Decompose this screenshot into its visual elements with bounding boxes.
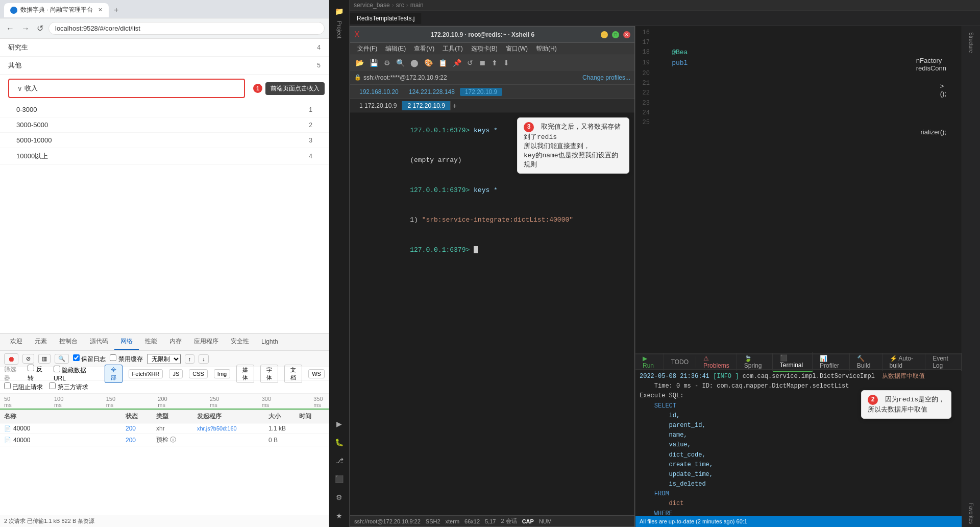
devtools-tab-lighthouse[interactable]: Lighth bbox=[255, 335, 284, 349]
third-party-label: 第三方请求 bbox=[49, 382, 88, 392]
refresh-button[interactable]: ↺ bbox=[35, 22, 45, 34]
log-line-8: value, bbox=[640, 440, 958, 450]
hide-data-url-checkbox[interactable] bbox=[54, 366, 60, 372]
ide-run-icon[interactable]: ▶ bbox=[332, 417, 347, 431]
network-row-1-size: 1.1 kB bbox=[268, 425, 299, 432]
back-button[interactable]: ← bbox=[4, 23, 16, 34]
xshell-terminal[interactable]: 127.0.0.1:6379> keys * (empty array) 127… bbox=[350, 112, 634, 515]
xshell-session-bar: 1 172.20.10.9 2 172.20.10.9 + bbox=[350, 99, 634, 112]
devtools-tab-elements2[interactable]: 元素 bbox=[29, 334, 53, 350]
ide-project-icon[interactable]: 📁 bbox=[332, 4, 347, 18]
network-row-2[interactable]: 📄 40000 200 预检 ⓘ 0 B bbox=[0, 434, 329, 446]
tool-save[interactable]: 💾 bbox=[368, 58, 380, 68]
devtools-tab-network[interactable]: 网络 bbox=[114, 334, 139, 350]
devtools-tab-source[interactable]: 源代码 bbox=[84, 334, 114, 350]
tool-paste[interactable]: 📌 bbox=[451, 58, 463, 68]
ide-profiler-tab[interactable]: 📊 Profiler bbox=[813, 353, 850, 371]
tool-folder[interactable]: 📂 bbox=[353, 58, 366, 68]
tool-down[interactable]: ⬇ bbox=[501, 58, 511, 68]
throttle-select[interactable]: 无限制 bbox=[147, 354, 181, 364]
filter-icon[interactable]: ▥ bbox=[38, 354, 51, 364]
ide-settings-icon[interactable]: ⚙ bbox=[332, 490, 347, 505]
devtools-tab-security[interactable]: 安全性 bbox=[225, 334, 255, 350]
session-1[interactable]: 1 172.20.10.9 bbox=[354, 101, 402, 110]
devtools-tab-console[interactable]: 控制台 bbox=[53, 334, 84, 350]
forward-button[interactable]: → bbox=[19, 23, 32, 34]
tool-stop[interactable]: ⏹ bbox=[477, 58, 488, 68]
invert-checkbox[interactable] bbox=[28, 365, 34, 371]
host-2[interactable]: 124.221.228.148 bbox=[404, 88, 460, 96]
network-row-2-size: 0 B bbox=[268, 437, 299, 444]
third-party-checkbox[interactable] bbox=[49, 382, 56, 389]
menu-tabs[interactable]: 选项卡(B) bbox=[468, 44, 501, 54]
devtools-tab-perf[interactable]: 性能 bbox=[139, 334, 163, 350]
session-2[interactable]: 2 172.20.10.9 bbox=[402, 101, 450, 110]
blocked-requests-checkbox[interactable] bbox=[4, 382, 11, 389]
ide-todo-tab[interactable]: TODO bbox=[664, 356, 696, 368]
ide-right-structure[interactable]: Structure bbox=[966, 29, 976, 56]
tool-copy[interactable]: 📋 bbox=[436, 58, 449, 68]
ide-terminal-tab[interactable]: ⬛ Terminal bbox=[773, 352, 813, 372]
css-filter[interactable]: CSS bbox=[189, 369, 208, 378]
tool-refresh[interactable]: ↺ bbox=[465, 58, 475, 68]
status-proto: SSH2 bbox=[426, 518, 440, 524]
ide-spring-tab[interactable]: 🍃 Spring bbox=[737, 353, 773, 371]
fetch-xhr-filter[interactable]: Fetch/XHR bbox=[129, 369, 163, 378]
ide-right-favorites[interactable]: Favorites bbox=[966, 500, 976, 527]
new-tab-button[interactable]: + bbox=[111, 5, 121, 16]
category-tooltip: 前端页面点击收入 bbox=[265, 82, 325, 95]
devtools-tab-app[interactable]: 应用程序 bbox=[188, 334, 225, 350]
clear-button[interactable]: ⊘ bbox=[22, 354, 34, 364]
dict-category-row[interactable]: ∨ 收入 bbox=[8, 79, 245, 98]
close-button[interactable]: ✕ bbox=[623, 31, 630, 38]
preserve-log-checkbox[interactable] bbox=[73, 354, 80, 361]
ide-event-log-tab[interactable]: Event Log bbox=[925, 353, 962, 371]
log-line-15: WHERE bbox=[640, 509, 958, 516]
ide-problems-tab[interactable]: ⚠ Problems bbox=[696, 353, 737, 371]
ide-code-scroll[interactable]: 16 17 18 @Bea 19 bbox=[635, 26, 962, 353]
tool-search[interactable]: 🔍 bbox=[394, 58, 407, 68]
devtools-tab-memory[interactable]: 内存 bbox=[163, 334, 188, 350]
tab-close-button[interactable]: ✕ bbox=[98, 7, 103, 13]
code-line-25: 25 bbox=[635, 118, 962, 128]
tool-up[interactable]: ⬆ bbox=[489, 58, 500, 68]
tool-color[interactable]: 🎨 bbox=[422, 58, 435, 68]
ide-build-tab[interactable]: 🔨 Build bbox=[850, 353, 883, 371]
active-tab[interactable]: 数据字典 · 尚融宝管理平台 ✕ bbox=[4, 3, 109, 17]
minimize-button[interactable]: — bbox=[601, 31, 608, 38]
search-button[interactable]: 🔍 bbox=[55, 354, 69, 364]
ide-favorites-icon[interactable]: ★ bbox=[332, 509, 347, 523]
host-3[interactable]: 172.20.10.9 bbox=[460, 88, 502, 96]
address-input[interactable] bbox=[48, 22, 325, 35]
menu-window[interactable]: 窗口(W) bbox=[503, 44, 531, 54]
ide-tab-redis[interactable]: RedisTemplateTests.j bbox=[350, 13, 422, 24]
record-button[interactable]: ⏺ bbox=[4, 353, 18, 365]
menu-tools[interactable]: 工具(T) bbox=[439, 44, 465, 54]
session-add-button[interactable]: + bbox=[453, 102, 457, 110]
menu-help[interactable]: 帮助(H) bbox=[533, 44, 560, 54]
network-row-1[interactable]: 📄 40000 200 xhr xhr.js?b50d:160 1.1 kB bbox=[0, 423, 329, 434]
maximize-button[interactable]: □ bbox=[612, 31, 619, 38]
ws-filter[interactable]: WS bbox=[308, 369, 325, 378]
img-filter[interactable]: Img bbox=[214, 369, 230, 378]
js-filter[interactable]: JS bbox=[169, 369, 183, 378]
ide-auto-build-tab[interactable]: ⚡ Auto-build bbox=[883, 353, 926, 371]
host-1[interactable]: 192.168.10.20 bbox=[354, 88, 404, 96]
ide-debug-icon[interactable]: 🐛 bbox=[332, 435, 347, 449]
ide-run-tab[interactable]: ▶ Run bbox=[635, 353, 664, 371]
change-profiles-link[interactable]: Change profiles... bbox=[582, 74, 630, 81]
ide-terminal-icon2[interactable]: ⬛ bbox=[332, 472, 347, 486]
tool-props[interactable]: ⚙ bbox=[382, 58, 393, 68]
menu-edit[interactable]: 编辑(E) bbox=[382, 44, 409, 54]
devtools-tab-elements[interactable]: 欢迎 bbox=[4, 334, 29, 350]
ide-git-icon[interactable]: ⎇ bbox=[332, 453, 347, 468]
col-time-header: 时间 bbox=[299, 412, 325, 421]
upload-button[interactable]: ↑ bbox=[185, 354, 195, 364]
menu-file[interactable]: 文件(F) bbox=[354, 44, 380, 54]
ide-structure-icon[interactable]: Project bbox=[332, 22, 347, 37]
tool-circle[interactable]: ⬤ bbox=[408, 58, 421, 68]
menu-view[interactable]: 查看(V) bbox=[411, 44, 437, 54]
ide-bottom-content[interactable]: 2022-05-08 21:36:41 [INFO ] com.caq.serv… bbox=[635, 370, 962, 516]
disable-cache-checkbox[interactable] bbox=[110, 354, 116, 361]
download-button[interactable]: ↓ bbox=[199, 354, 209, 364]
